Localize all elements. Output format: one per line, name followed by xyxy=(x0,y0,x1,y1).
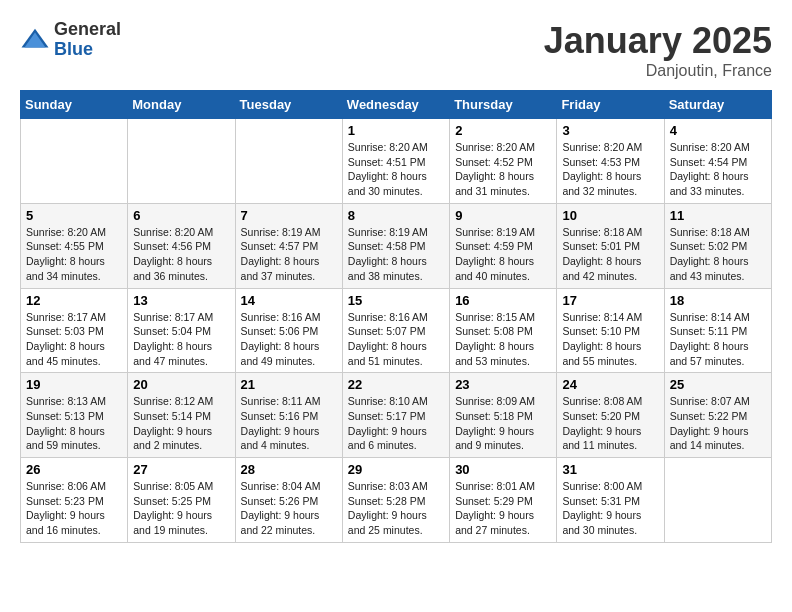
day-number: 5 xyxy=(26,208,122,223)
calendar-cell: 19Sunrise: 8:13 AM Sunset: 5:13 PM Dayli… xyxy=(21,373,128,458)
day-info: Sunrise: 8:10 AM Sunset: 5:17 PM Dayligh… xyxy=(348,394,444,453)
calendar-cell: 6Sunrise: 8:20 AM Sunset: 4:56 PM Daylig… xyxy=(128,203,235,288)
week-row-0: 1Sunrise: 8:20 AM Sunset: 4:51 PM Daylig… xyxy=(21,119,772,204)
day-info: Sunrise: 8:16 AM Sunset: 5:07 PM Dayligh… xyxy=(348,310,444,369)
day-number: 26 xyxy=(26,462,122,477)
day-number: 28 xyxy=(241,462,337,477)
day-info: Sunrise: 8:20 AM Sunset: 4:51 PM Dayligh… xyxy=(348,140,444,199)
day-info: Sunrise: 8:20 AM Sunset: 4:53 PM Dayligh… xyxy=(562,140,658,199)
calendar-cell: 30Sunrise: 8:01 AM Sunset: 5:29 PM Dayli… xyxy=(450,458,557,543)
day-number: 9 xyxy=(455,208,551,223)
calendar-cell xyxy=(21,119,128,204)
day-number: 24 xyxy=(562,377,658,392)
calendar-body: 1Sunrise: 8:20 AM Sunset: 4:51 PM Daylig… xyxy=(21,119,772,543)
day-number: 7 xyxy=(241,208,337,223)
calendar-cell: 1Sunrise: 8:20 AM Sunset: 4:51 PM Daylig… xyxy=(342,119,449,204)
day-info: Sunrise: 8:16 AM Sunset: 5:06 PM Dayligh… xyxy=(241,310,337,369)
calendar-cell xyxy=(235,119,342,204)
day-number: 27 xyxy=(133,462,229,477)
day-info: Sunrise: 8:09 AM Sunset: 5:18 PM Dayligh… xyxy=(455,394,551,453)
week-row-3: 19Sunrise: 8:13 AM Sunset: 5:13 PM Dayli… xyxy=(21,373,772,458)
calendar-cell: 27Sunrise: 8:05 AM Sunset: 5:25 PM Dayli… xyxy=(128,458,235,543)
day-info: Sunrise: 8:11 AM Sunset: 5:16 PM Dayligh… xyxy=(241,394,337,453)
day-number: 30 xyxy=(455,462,551,477)
day-info: Sunrise: 8:13 AM Sunset: 5:13 PM Dayligh… xyxy=(26,394,122,453)
calendar-cell: 12Sunrise: 8:17 AM Sunset: 5:03 PM Dayli… xyxy=(21,288,128,373)
day-number: 15 xyxy=(348,293,444,308)
day-number: 12 xyxy=(26,293,122,308)
day-number: 22 xyxy=(348,377,444,392)
calendar-cell: 17Sunrise: 8:14 AM Sunset: 5:10 PM Dayli… xyxy=(557,288,664,373)
day-info: Sunrise: 8:05 AM Sunset: 5:25 PM Dayligh… xyxy=(133,479,229,538)
day-info: Sunrise: 8:17 AM Sunset: 5:03 PM Dayligh… xyxy=(26,310,122,369)
logo-blue: Blue xyxy=(54,40,121,60)
calendar-cell xyxy=(128,119,235,204)
day-number: 29 xyxy=(348,462,444,477)
calendar-cell: 14Sunrise: 8:16 AM Sunset: 5:06 PM Dayli… xyxy=(235,288,342,373)
calendar-cell: 15Sunrise: 8:16 AM Sunset: 5:07 PM Dayli… xyxy=(342,288,449,373)
logo-icon xyxy=(20,25,50,55)
calendar-cell: 4Sunrise: 8:20 AM Sunset: 4:54 PM Daylig… xyxy=(664,119,771,204)
day-number: 6 xyxy=(133,208,229,223)
day-info: Sunrise: 8:14 AM Sunset: 5:10 PM Dayligh… xyxy=(562,310,658,369)
day-number: 16 xyxy=(455,293,551,308)
day-number: 23 xyxy=(455,377,551,392)
day-info: Sunrise: 8:06 AM Sunset: 5:23 PM Dayligh… xyxy=(26,479,122,538)
calendar-cell: 10Sunrise: 8:18 AM Sunset: 5:01 PM Dayli… xyxy=(557,203,664,288)
day-info: Sunrise: 8:03 AM Sunset: 5:28 PM Dayligh… xyxy=(348,479,444,538)
day-number: 3 xyxy=(562,123,658,138)
week-row-4: 26Sunrise: 8:06 AM Sunset: 5:23 PM Dayli… xyxy=(21,458,772,543)
day-number: 19 xyxy=(26,377,122,392)
day-number: 21 xyxy=(241,377,337,392)
day-number: 20 xyxy=(133,377,229,392)
day-number: 13 xyxy=(133,293,229,308)
day-header-saturday: Saturday xyxy=(664,91,771,119)
day-number: 1 xyxy=(348,123,444,138)
day-info: Sunrise: 8:15 AM Sunset: 5:08 PM Dayligh… xyxy=(455,310,551,369)
calendar-cell: 2Sunrise: 8:20 AM Sunset: 4:52 PM Daylig… xyxy=(450,119,557,204)
calendar-cell: 16Sunrise: 8:15 AM Sunset: 5:08 PM Dayli… xyxy=(450,288,557,373)
day-number: 18 xyxy=(670,293,766,308)
month-title: January 2025 xyxy=(544,20,772,62)
day-number: 8 xyxy=(348,208,444,223)
day-info: Sunrise: 8:19 AM Sunset: 4:58 PM Dayligh… xyxy=(348,225,444,284)
day-info: Sunrise: 8:20 AM Sunset: 4:54 PM Dayligh… xyxy=(670,140,766,199)
calendar-cell: 20Sunrise: 8:12 AM Sunset: 5:14 PM Dayli… xyxy=(128,373,235,458)
day-number: 10 xyxy=(562,208,658,223)
day-header-friday: Friday xyxy=(557,91,664,119)
calendar-header: SundayMondayTuesdayWednesdayThursdayFrid… xyxy=(21,91,772,119)
day-info: Sunrise: 8:18 AM Sunset: 5:01 PM Dayligh… xyxy=(562,225,658,284)
day-info: Sunrise: 8:01 AM Sunset: 5:29 PM Dayligh… xyxy=(455,479,551,538)
calendar-cell xyxy=(664,458,771,543)
days-of-week-row: SundayMondayTuesdayWednesdayThursdayFrid… xyxy=(21,91,772,119)
page-header: General Blue January 2025 Danjoutin, Fra… xyxy=(20,20,772,80)
week-row-2: 12Sunrise: 8:17 AM Sunset: 5:03 PM Dayli… xyxy=(21,288,772,373)
day-number: 2 xyxy=(455,123,551,138)
day-info: Sunrise: 8:17 AM Sunset: 5:04 PM Dayligh… xyxy=(133,310,229,369)
title-block: January 2025 Danjoutin, France xyxy=(544,20,772,80)
day-header-monday: Monday xyxy=(128,91,235,119)
calendar-cell: 26Sunrise: 8:06 AM Sunset: 5:23 PM Dayli… xyxy=(21,458,128,543)
calendar-cell: 22Sunrise: 8:10 AM Sunset: 5:17 PM Dayli… xyxy=(342,373,449,458)
calendar-cell: 8Sunrise: 8:19 AM Sunset: 4:58 PM Daylig… xyxy=(342,203,449,288)
day-header-wednesday: Wednesday xyxy=(342,91,449,119)
logo: General Blue xyxy=(20,20,121,60)
calendar-cell: 7Sunrise: 8:19 AM Sunset: 4:57 PM Daylig… xyxy=(235,203,342,288)
calendar-cell: 9Sunrise: 8:19 AM Sunset: 4:59 PM Daylig… xyxy=(450,203,557,288)
day-number: 14 xyxy=(241,293,337,308)
day-info: Sunrise: 8:08 AM Sunset: 5:20 PM Dayligh… xyxy=(562,394,658,453)
day-info: Sunrise: 8:18 AM Sunset: 5:02 PM Dayligh… xyxy=(670,225,766,284)
calendar-cell: 13Sunrise: 8:17 AM Sunset: 5:04 PM Dayli… xyxy=(128,288,235,373)
calendar: SundayMondayTuesdayWednesdayThursdayFrid… xyxy=(20,90,772,543)
week-row-1: 5Sunrise: 8:20 AM Sunset: 4:55 PM Daylig… xyxy=(21,203,772,288)
day-info: Sunrise: 8:07 AM Sunset: 5:22 PM Dayligh… xyxy=(670,394,766,453)
day-number: 25 xyxy=(670,377,766,392)
calendar-cell: 3Sunrise: 8:20 AM Sunset: 4:53 PM Daylig… xyxy=(557,119,664,204)
calendar-cell: 28Sunrise: 8:04 AM Sunset: 5:26 PM Dayli… xyxy=(235,458,342,543)
day-number: 4 xyxy=(670,123,766,138)
calendar-cell: 5Sunrise: 8:20 AM Sunset: 4:55 PM Daylig… xyxy=(21,203,128,288)
day-info: Sunrise: 8:19 AM Sunset: 4:59 PM Dayligh… xyxy=(455,225,551,284)
day-header-thursday: Thursday xyxy=(450,91,557,119)
logo-general: General xyxy=(54,20,121,40)
day-info: Sunrise: 8:20 AM Sunset: 4:52 PM Dayligh… xyxy=(455,140,551,199)
